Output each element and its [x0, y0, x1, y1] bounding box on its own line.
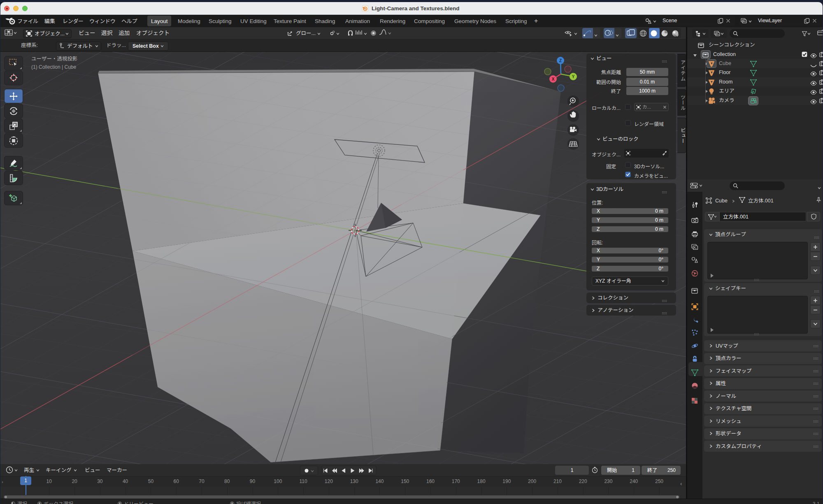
svg-text:Z: Z [559, 58, 562, 63]
svg-text:X: X [552, 77, 555, 81]
